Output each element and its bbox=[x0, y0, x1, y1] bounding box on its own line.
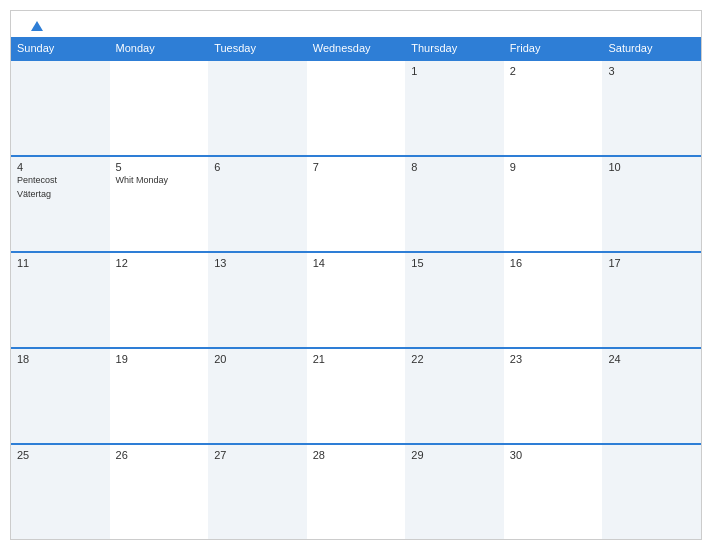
week-row-3: 11121314151617 bbox=[11, 251, 701, 347]
day-cell: 6 bbox=[208, 157, 307, 251]
day-cell: 15 bbox=[405, 253, 504, 347]
day-cell: 17 bbox=[602, 253, 701, 347]
day-header-monday: Monday bbox=[110, 37, 209, 59]
day-number: 20 bbox=[214, 353, 301, 365]
day-number: 25 bbox=[17, 449, 104, 461]
calendar: SundayMondayTuesdayWednesdayThursdayFrid… bbox=[10, 10, 702, 540]
day-cell bbox=[110, 61, 209, 155]
day-number: 1 bbox=[411, 65, 498, 77]
day-number: 12 bbox=[116, 257, 203, 269]
day-header-saturday: Saturday bbox=[602, 37, 701, 59]
day-cell: 24 bbox=[602, 349, 701, 443]
day-cell: 9 bbox=[504, 157, 603, 251]
day-cell bbox=[602, 445, 701, 539]
day-number: 15 bbox=[411, 257, 498, 269]
day-number: 19 bbox=[116, 353, 203, 365]
day-number: 18 bbox=[17, 353, 104, 365]
day-number: 3 bbox=[608, 65, 695, 77]
day-number: 2 bbox=[510, 65, 597, 77]
day-cell: 27 bbox=[208, 445, 307, 539]
day-number: 27 bbox=[214, 449, 301, 461]
day-cell: 19 bbox=[110, 349, 209, 443]
day-number: 14 bbox=[313, 257, 400, 269]
week-row-4: 18192021222324 bbox=[11, 347, 701, 443]
day-header-wednesday: Wednesday bbox=[307, 37, 406, 59]
day-number: 26 bbox=[116, 449, 203, 461]
day-header-friday: Friday bbox=[504, 37, 603, 59]
day-cell: 7 bbox=[307, 157, 406, 251]
day-cell: 12 bbox=[110, 253, 209, 347]
day-number: 10 bbox=[608, 161, 695, 173]
day-number: 7 bbox=[313, 161, 400, 173]
day-cell bbox=[208, 61, 307, 155]
day-event: Pentecost bbox=[17, 175, 104, 187]
day-cell: 8 bbox=[405, 157, 504, 251]
day-number: 6 bbox=[214, 161, 301, 173]
day-number: 11 bbox=[17, 257, 104, 269]
day-header-tuesday: Tuesday bbox=[208, 37, 307, 59]
day-cell: 22 bbox=[405, 349, 504, 443]
day-number: 9 bbox=[510, 161, 597, 173]
days-header: SundayMondayTuesdayWednesdayThursdayFrid… bbox=[11, 37, 701, 59]
day-cell: 16 bbox=[504, 253, 603, 347]
day-cell bbox=[11, 61, 110, 155]
day-cell: 2 bbox=[504, 61, 603, 155]
day-cell: 3 bbox=[602, 61, 701, 155]
day-cell: 1 bbox=[405, 61, 504, 155]
week-row-5: 252627282930 bbox=[11, 443, 701, 539]
day-cell: 10 bbox=[602, 157, 701, 251]
day-cell: 5Whit Monday bbox=[110, 157, 209, 251]
day-cell: 18 bbox=[11, 349, 110, 443]
calendar-grid: 1234PentecostVätertag5Whit Monday6789101… bbox=[11, 59, 701, 539]
day-number: 23 bbox=[510, 353, 597, 365]
logo-triangle-icon bbox=[31, 21, 43, 31]
day-number: 17 bbox=[608, 257, 695, 269]
day-header-sunday: Sunday bbox=[11, 37, 110, 59]
day-number: 22 bbox=[411, 353, 498, 365]
day-cell: 13 bbox=[208, 253, 307, 347]
calendar-header bbox=[11, 11, 701, 37]
day-number: 4 bbox=[17, 161, 104, 173]
day-cell: 29 bbox=[405, 445, 504, 539]
day-number: 30 bbox=[510, 449, 597, 461]
day-number: 29 bbox=[411, 449, 498, 461]
day-cell: 23 bbox=[504, 349, 603, 443]
day-number: 8 bbox=[411, 161, 498, 173]
day-event: Whit Monday bbox=[116, 175, 203, 187]
day-cell: 21 bbox=[307, 349, 406, 443]
day-cell: 28 bbox=[307, 445, 406, 539]
day-header-thursday: Thursday bbox=[405, 37, 504, 59]
day-number: 21 bbox=[313, 353, 400, 365]
day-cell: 11 bbox=[11, 253, 110, 347]
day-cell: 4PentecostVätertag bbox=[11, 157, 110, 251]
day-cell bbox=[307, 61, 406, 155]
day-number: 13 bbox=[214, 257, 301, 269]
week-row-2: 4PentecostVätertag5Whit Monday678910 bbox=[11, 155, 701, 251]
day-cell: 20 bbox=[208, 349, 307, 443]
day-cell: 26 bbox=[110, 445, 209, 539]
day-cell: 30 bbox=[504, 445, 603, 539]
day-number: 24 bbox=[608, 353, 695, 365]
day-number: 5 bbox=[116, 161, 203, 173]
day-event: Vätertag bbox=[17, 189, 104, 201]
day-number: 16 bbox=[510, 257, 597, 269]
day-cell: 25 bbox=[11, 445, 110, 539]
logo bbox=[27, 21, 43, 31]
week-row-1: 123 bbox=[11, 59, 701, 155]
day-cell: 14 bbox=[307, 253, 406, 347]
day-number: 28 bbox=[313, 449, 400, 461]
